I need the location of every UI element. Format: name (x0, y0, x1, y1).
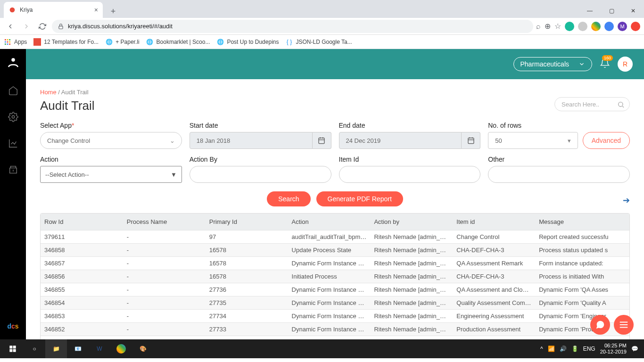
battery-icon[interactable]: 🔋 (571, 346, 578, 352)
svg-point-0 (10, 8, 15, 13)
generate-pdf-button[interactable]: Generate PDF Report (316, 191, 403, 206)
table-header[interactable]: Process Name (123, 214, 206, 230)
svg-rect-15 (468, 138, 474, 144)
extension-icon[interactable] (604, 22, 614, 31)
search-input[interactable]: Search Here.. (554, 97, 630, 111)
table-header[interactable]: Message (535, 214, 629, 230)
end-date-input[interactable]: 24 Dec 2019 (339, 132, 462, 149)
language-indicator[interactable]: ENG (583, 346, 595, 352)
chat-fab[interactable] (590, 315, 610, 335)
table-row[interactable]: 379611-97auditTrail_auditTrail_bpm_add..… (41, 230, 629, 244)
table-row[interactable]: 346852-27733Dynamic Form Instance Create… (41, 323, 629, 336)
table-header[interactable]: Action by (370, 214, 453, 230)
table-cell: - (123, 283, 206, 296)
table-row[interactable]: 346856-16578Initiated ProcessRitesh Nema… (41, 270, 629, 283)
bookmark-item[interactable]: { }JSON-LD Google Ta... (285, 38, 352, 46)
table-cell: - (123, 244, 206, 257)
taskbar-app[interactable]: 📧 (67, 339, 89, 358)
table-header[interactable]: Item id (453, 214, 535, 230)
cortana-button[interactable]: ○ (24, 339, 45, 358)
close-icon[interactable]: × (94, 6, 98, 14)
itemid-input[interactable] (339, 166, 481, 183)
taskbar-app[interactable]: W (89, 339, 110, 358)
other-input[interactable] (488, 166, 630, 183)
table-row[interactable]: 346854-27735Dynamic Form Instance Create… (41, 296, 629, 310)
results-table: Row IdProcess NamePrimary IdActionAction… (40, 213, 630, 339)
table-cell: 346853 (41, 310, 123, 323)
svg-rect-19 (13, 349, 16, 352)
search-button[interactable]: Search (267, 191, 310, 206)
table-row[interactable]: 346853-27734Dynamic Form Instance Create… (41, 310, 629, 323)
table-cell: - (123, 336, 206, 340)
volume-icon[interactable]: 🔊 (560, 346, 567, 352)
bookmark-item[interactable]: 12 Templates for Fo... (33, 38, 99, 46)
url-input[interactable]: kriya.discus.solutions/kriyareeti/#/audi… (52, 20, 533, 33)
taskbar-app[interactable]: 🎨 (132, 339, 154, 358)
bookmark-item[interactable]: 🌐+ Paper.li (105, 38, 139, 46)
taskbar-app[interactable] (110, 339, 132, 358)
new-tab-button[interactable]: + (107, 5, 120, 18)
calendar-icon (467, 137, 475, 144)
bookmark-item[interactable]: 🌐Bookmarklet | Scoo... (146, 38, 210, 46)
minimize-icon[interactable]: — (579, 4, 601, 18)
bookmark-label: Bookmarklet | Scoo... (157, 39, 210, 45)
user-avatar[interactable]: R (618, 57, 633, 72)
clock-date: 20-12-2019 (600, 349, 627, 355)
tray-chevron-icon[interactable]: ^ (540, 346, 543, 352)
close-window-icon[interactable]: ✕ (622, 4, 644, 18)
expand-arrow-icon[interactable]: ➔ (623, 195, 630, 206)
end-date-calendar-button[interactable] (462, 132, 480, 149)
table-row[interactable]: 346851-27732Dynamic Form Instance Create… (41, 336, 629, 340)
tab-favicon (8, 6, 16, 14)
reload-button[interactable] (36, 20, 49, 33)
bookmark-item[interactable]: 🌐Post Up to Dudepins (216, 38, 279, 46)
extension-icon[interactable] (578, 22, 587, 31)
action-dropdown[interactable]: --Select Action--▼ (40, 166, 182, 183)
table-row[interactable]: 346858-16578Update Process StateRitesh N… (41, 244, 629, 257)
forward-button[interactable] (20, 20, 33, 33)
table-header[interactable]: Primary Id (206, 214, 288, 230)
star-icon[interactable]: ☆ (554, 22, 561, 31)
table-cell: Ritesh Nemade [admin_k@dis... (370, 296, 453, 310)
table-row[interactable]: 346855-27736Dynamic Form Instance Create… (41, 283, 629, 296)
actionby-label: Action By (190, 156, 331, 163)
advanced-label: Advanced (592, 137, 621, 144)
profile-icon[interactable]: M (618, 22, 627, 31)
notifications-icon[interactable]: 💬 (631, 346, 638, 352)
browser-tab[interactable]: Kriya × (4, 2, 103, 18)
maximize-icon[interactable]: ▢ (601, 4, 622, 18)
start-date-input[interactable]: 18 Jan 2018 (190, 132, 313, 149)
wifi-icon[interactable]: 📶 (548, 346, 555, 352)
taskbar-clock[interactable]: 06:25 PM 20-12-2019 (600, 343, 627, 355)
extension-icon[interactable] (565, 22, 574, 31)
org-selector[interactable]: Pharmaceuticals (513, 57, 593, 71)
bookmarks-bar: Apps 12 Templates for Fo... 🌐+ Paper.li … (0, 35, 644, 49)
key-icon[interactable]: ⌕ (536, 22, 541, 31)
table-row[interactable]: 346857-16578Dynamic Form Instance Update… (41, 257, 629, 270)
apps-button[interactable]: Apps (4, 38, 27, 46)
back-button[interactable] (4, 20, 17, 33)
actionby-input[interactable] (190, 166, 331, 183)
rows-dropdown[interactable]: 50▾ (488, 132, 578, 149)
advanced-button[interactable]: Advanced (583, 132, 630, 149)
extension-icon[interactable] (591, 22, 601, 31)
extension-icon[interactable] (631, 22, 640, 31)
app-logo[interactable] (5, 54, 22, 71)
start-button[interactable] (2, 339, 24, 358)
zoom-icon[interactable]: ⊕ (545, 22, 551, 31)
table-header[interactable]: Row Id (41, 214, 123, 230)
table-header[interactable]: Action (288, 214, 371, 230)
menu-fab[interactable] (614, 315, 634, 335)
notifications-button[interactable]: 160 (600, 58, 610, 70)
start-date-calendar-button[interactable] (313, 132, 331, 149)
gear-icon[interactable] (7, 110, 20, 123)
select-app-dropdown[interactable]: Change Control⌄ (40, 132, 182, 149)
action-label: Action (40, 156, 182, 163)
chart-icon[interactable] (7, 137, 20, 150)
window-controls: — ▢ ✕ (579, 4, 644, 18)
box-icon[interactable] (7, 163, 20, 176)
table-cell: Initiated Process (288, 270, 371, 283)
taskbar-app[interactable]: 📁 (45, 339, 67, 358)
breadcrumb-home[interactable]: Home (40, 89, 57, 96)
home-icon[interactable] (7, 84, 20, 97)
